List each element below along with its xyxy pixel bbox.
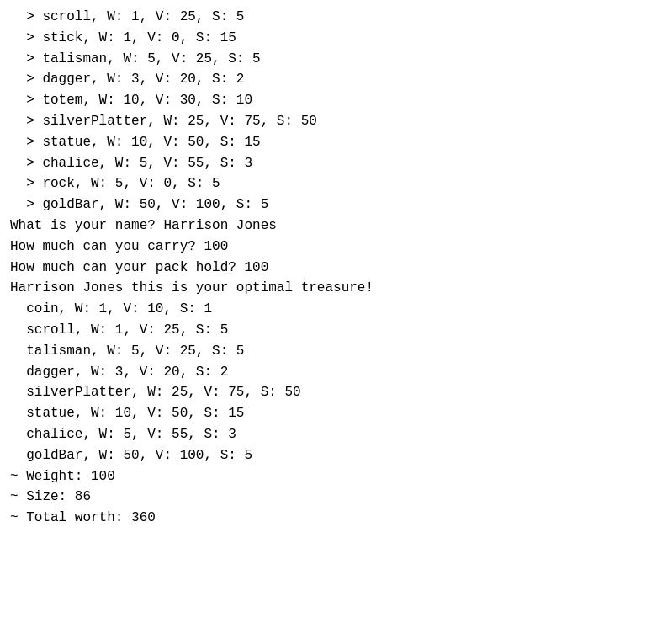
terminal-output: > scroll, W: 1, V: 25, S: 5 > stick, W: …	[10, 7, 647, 529]
